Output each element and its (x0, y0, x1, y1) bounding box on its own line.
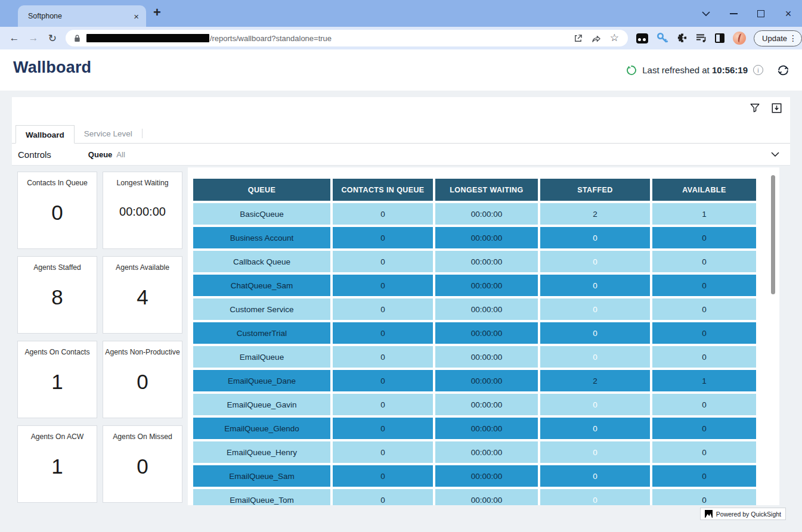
kpi-label: Agents Staffed (19, 263, 95, 272)
share-icon[interactable] (592, 34, 601, 43)
available-cell: 0 (652, 465, 756, 487)
kpi-label: Agents Non-Productive (104, 348, 181, 356)
queue-cell: Callback Queue (193, 251, 330, 272)
chrome-update-button[interactable]: Update ⋮ (754, 30, 802, 46)
staffed-cell: 0 (540, 251, 650, 272)
kpi-card-0: Contacts In Queue0 (17, 172, 97, 249)
contacts-cell: 0 (333, 489, 433, 505)
playlist-extension-icon[interactable] (696, 33, 707, 43)
kpi-label: Agents On ACW (19, 433, 95, 441)
contacts-cell: 0 (333, 370, 433, 391)
kpi-label: Contacts In Queue (19, 179, 95, 187)
kpi-value: 00:00:00 (103, 205, 182, 219)
open-in-new-icon[interactable] (574, 34, 583, 43)
tab-service-level[interactable]: Service Level (75, 125, 142, 143)
bookmark-star-icon[interactable]: ☆ (610, 33, 619, 43)
tab-wallboard[interactable]: Wallboard (16, 125, 75, 144)
kpi-card-1: Longest Waiting00:00:00 (103, 172, 182, 249)
kpi-value: 0 (18, 201, 97, 225)
table-row: ChatQueue_Sam000:00:0000 (193, 275, 756, 296)
address-bar[interactable]: /reports/wallboard?standalone=true ☆ (66, 30, 628, 46)
browser-menu-icon[interactable]: ⋮ (787, 33, 799, 43)
longest-waiting-cell: 00:00:00 (435, 370, 538, 391)
kpi-card-7: Agents On Missed0 (103, 425, 182, 503)
forward-button[interactable]: → (24, 32, 43, 44)
queue-filter-label: Queue (88, 150, 112, 159)
redacted-url-host (86, 34, 209, 42)
table-row: CustomerTrial000:00:0000 (193, 322, 756, 344)
staffed-cell: 0 (540, 346, 650, 368)
queue-table-card: QUEUECONTACTS IN QUEUELONGEST WAITINGSTA… (188, 167, 779, 505)
queue-cell: Customer Service (193, 298, 330, 320)
longest-waiting-cell: 00:00:00 (435, 465, 538, 487)
refresh-cluster: Last refreshed at 10:56:19 i (626, 49, 790, 91)
column-header: CONTACTS IN QUEUE (333, 179, 433, 201)
table-body: BasicQueue000:00:0021Business Account000… (193, 203, 756, 505)
maximize-button[interactable] (747, 0, 775, 27)
kpi-label: Agents On Contacts (19, 348, 95, 356)
extensions-puzzle-icon[interactable] (677, 33, 688, 43)
contacts-cell: 0 (333, 441, 433, 463)
reload-button[interactable]: ↻ (43, 32, 62, 45)
table-row: Callback Queue000:00:0000 (193, 251, 756, 272)
staffed-cell: 2 (540, 203, 650, 225)
column-header: STAFFED (540, 179, 650, 201)
longest-waiting-cell: 00:00:00 (435, 394, 538, 415)
update-label: Update (762, 34, 787, 43)
page-header: Wallboard Last refreshed at 10:56:19 i (0, 49, 802, 91)
column-header: QUEUE (193, 179, 330, 201)
contacts-cell: 0 (333, 203, 433, 225)
contacts-cell: 0 (333, 346, 433, 368)
contacts-cell: 0 (333, 298, 433, 320)
controls-collapse-chevron-icon[interactable] (771, 152, 779, 157)
available-cell: 0 (652, 251, 756, 272)
close-button[interactable]: × (775, 0, 802, 27)
contacts-cell: 0 (333, 465, 433, 487)
table-scrollbar-thumb[interactable] (771, 175, 775, 294)
last-refreshed-text: Last refreshed at 10:56:19 (642, 65, 748, 75)
available-cell: 0 (652, 441, 756, 463)
minimize-button[interactable] (720, 0, 747, 27)
longest-waiting-cell: 00:00:00 (435, 322, 538, 344)
password-key-extension-icon[interactable] (657, 32, 668, 44)
camera-extension-icon[interactable] (636, 33, 648, 43)
tab-close-icon[interactable]: × (134, 11, 139, 21)
staffed-cell: 0 (540, 227, 650, 248)
lock-icon[interactable] (74, 34, 80, 42)
browser-toolbar: ← → ↻ /reports/wallboard?standalone=true… (0, 27, 802, 49)
info-icon[interactable]: i (753, 65, 763, 75)
tab-search-chevron-icon[interactable] (692, 0, 720, 27)
profile-avatar[interactable] (733, 32, 746, 45)
table-row: EmailQueue_Sam000:00:0000 (193, 465, 756, 487)
queue-cell: EmailQueue_Dane (193, 370, 330, 391)
longest-waiting-cell: 00:00:00 (435, 275, 538, 296)
table-row: EmailQueue_Henry000:00:0000 (193, 441, 756, 463)
contacts-cell: 0 (333, 227, 433, 248)
filter-icon[interactable] (750, 103, 760, 113)
contacts-cell: 0 (333, 418, 433, 439)
browser-tab-softphone[interactable]: Softphone × (18, 5, 146, 27)
refresh-button[interactable] (776, 64, 790, 77)
sheet-tabs: Wallboard Service Level (12, 125, 790, 144)
dark-mode-extension-icon[interactable] (715, 33, 724, 43)
table-row: EmailQueue_Glendo000:00:0000 (193, 418, 756, 439)
staffed-cell: 0 (540, 489, 650, 505)
new-tab-button[interactable]: + (153, 5, 161, 20)
table-row: EmailQueue_Tom000:00:0000 (193, 489, 756, 505)
kpi-value: 0 (103, 370, 182, 394)
staffed-cell: 0 (540, 298, 650, 320)
table-row: EmailQueue000:00:0000 (193, 346, 756, 368)
kpi-card-5: Agents Non-Productive0 (103, 341, 182, 418)
page-title: Wallboard (13, 58, 91, 77)
available-cell: 0 (652, 418, 756, 439)
staffed-cell: 0 (540, 394, 650, 415)
back-button[interactable]: ← (5, 32, 24, 44)
kpi-label: Longest Waiting (104, 179, 181, 187)
quicksight-badge: Powered by QuickSight (700, 508, 786, 520)
queue-cell: EmailQueue_Henry (193, 441, 330, 463)
kpi-label: Agents On Missed (104, 433, 181, 441)
queue-filter[interactable]: Queue All (88, 150, 125, 159)
export-icon[interactable] (772, 103, 782, 113)
staffed-cell: 0 (540, 322, 650, 344)
queue-cell: BasicQueue (193, 203, 330, 225)
